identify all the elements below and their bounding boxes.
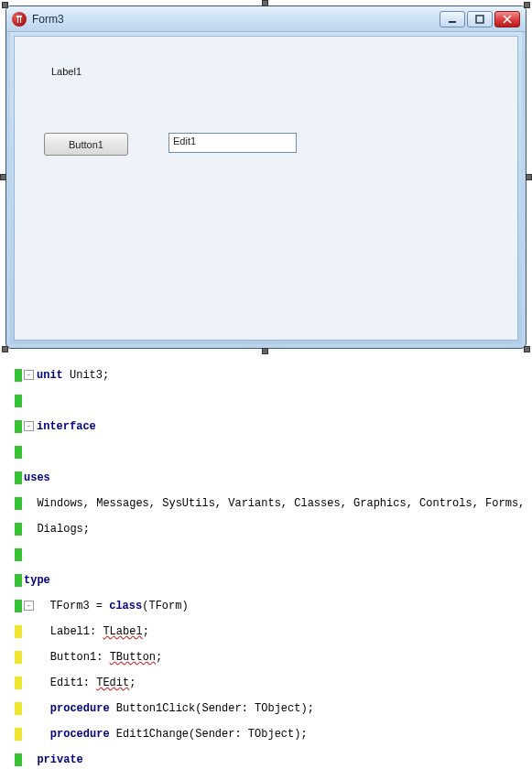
button1[interactable]: Button1 (44, 133, 128, 156)
form-designer: Form3 Label1 Button1 Edit1 (0, 0, 532, 354)
fold-icon[interactable]: - (24, 370, 34, 380)
fold-icon[interactable]: - (24, 601, 34, 611)
edit1[interactable]: Edit1 (168, 133, 297, 153)
unit-name: Unit3; (70, 369, 109, 382)
resize-handle-se[interactable] (524, 346, 530, 352)
form-window[interactable]: Form3 Label1 Button1 Edit1 (5, 5, 527, 349)
code-editor[interactable]: -unit Unit3; -interface uses Windows, Me… (0, 354, 532, 769)
titlebar[interactable]: Form3 (6, 6, 526, 32)
maximize-button[interactable] (467, 11, 493, 27)
uses-line-1: Windows, Messages, SysUtils, Variants, C… (24, 497, 525, 510)
resize-handle-ne[interactable] (524, 2, 530, 8)
form-client-area[interactable]: Label1 Button1 Edit1 (14, 36, 518, 341)
resize-handle-n[interactable] (262, 0, 268, 6)
close-button[interactable] (494, 11, 520, 27)
resize-handle-s[interactable] (262, 348, 268, 354)
resize-handle-e[interactable] (526, 174, 532, 180)
button1-caption: Button1 (69, 139, 103, 150)
code-body[interactable]: -unit Unit3; -interface uses Windows, Me… (13, 354, 532, 769)
uses-line-2: Dialogs; (24, 523, 90, 536)
svg-rect-1 (476, 16, 483, 23)
resize-handle-w[interactable] (0, 174, 6, 180)
minimize-button[interactable] (440, 11, 465, 27)
resize-handle-sw[interactable] (2, 346, 8, 352)
fold-icon[interactable]: - (24, 421, 34, 431)
app-icon (12, 12, 27, 27)
edit1-text: Edit1 (173, 135, 196, 146)
label1[interactable]: Label1 (51, 66, 81, 77)
svg-rect-0 (449, 21, 456, 23)
resize-handle-nw[interactable] (2, 2, 8, 8)
window-title: Form3 (32, 13, 64, 26)
